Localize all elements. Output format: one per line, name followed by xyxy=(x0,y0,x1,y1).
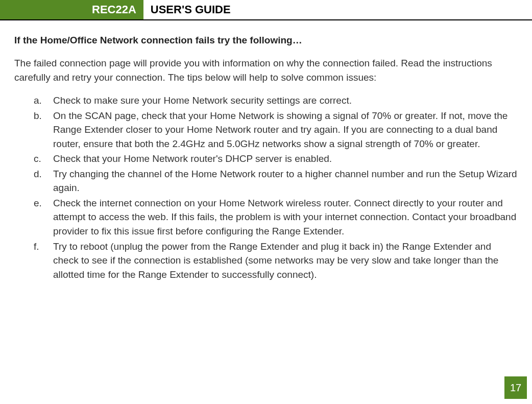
list-marker: f. xyxy=(34,240,39,254)
document-title: USER'S GUIDE xyxy=(143,0,238,19)
list-item: c. Check that your Home Network router's… xyxy=(34,152,518,166)
troubleshooting-list: a. Check to make sure your Home Network … xyxy=(14,93,518,281)
list-text: Check to make sure your Home Network sec… xyxy=(53,95,352,106)
model-label: REC22A xyxy=(0,0,143,19)
list-item: d. Try changing the channel of the Home … xyxy=(34,167,518,195)
list-item: f. Try to reboot (unplug the power from … xyxy=(34,240,518,282)
list-marker: e. xyxy=(34,196,42,210)
list-item: b. On the SCAN page, check that your Hom… xyxy=(34,109,518,151)
list-text: Check that your Home Network router's DH… xyxy=(53,153,332,164)
list-text: On the SCAN page, check that your Home N… xyxy=(53,110,507,149)
list-marker: c. xyxy=(34,152,41,166)
list-marker: d. xyxy=(34,167,42,181)
document-body: If the Home/Office Network connection fa… xyxy=(0,20,532,281)
list-text: Try to reboot (unplug the power from the… xyxy=(53,241,498,280)
list-marker: b. xyxy=(34,109,42,123)
list-text: Check the internet connection on your Ho… xyxy=(53,198,516,236)
page-number: 17 xyxy=(504,376,527,399)
list-text: Try changing the channel of the Home Net… xyxy=(53,169,517,194)
list-item: a. Check to make sure your Home Network … xyxy=(34,93,518,108)
list-marker: a. xyxy=(34,93,42,108)
document-header: REC22A USER'S GUIDE xyxy=(0,0,532,20)
intro-paragraph: The failed connection page will provide … xyxy=(14,56,518,84)
list-item: e. Check the internet connection on your… xyxy=(34,196,518,239)
section-heading: If the Home/Office Network connection fa… xyxy=(14,35,518,46)
